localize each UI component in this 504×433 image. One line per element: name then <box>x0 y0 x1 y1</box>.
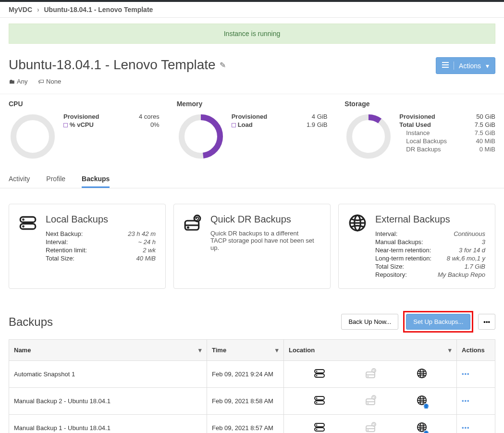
server-icon <box>19 214 37 279</box>
cell-name: Manual Backup 2 - Ubuntu 18.04.1 <box>9 388 207 415</box>
status-text: Instance is running <box>224 30 281 37</box>
sort-icon: ▾ <box>448 346 452 354</box>
list-icon <box>442 62 454 70</box>
svg-point-23 <box>316 375 317 376</box>
card-title: External Backups <box>375 214 485 225</box>
row-actions-button[interactable]: ••• <box>457 361 495 388</box>
row-actions-button[interactable]: ••• <box>457 415 495 433</box>
breadcrumb: MyVDC › Ubuntu-18.04.1 - Lenovo Template <box>0 2 504 18</box>
card-quick-dr-backups: Quick DR Backups Quick DR backups to a d… <box>173 204 331 289</box>
globe-icon <box>348 214 367 279</box>
col-name[interactable]: Name▾ <box>9 340 207 361</box>
more-icon: ••• <box>483 318 490 325</box>
stat-storage: Storage Provisioned50 GiB Total Used7.5 … <box>336 95 504 170</box>
user-badge-icon: 👤 <box>423 403 429 409</box>
section-heading: Backups <box>9 315 53 329</box>
backup-cards: Local Backups Next Backup:23 h 42 m Inte… <box>0 188 504 297</box>
tab-backups[interactable]: Backups <box>82 175 110 188</box>
svg-point-12 <box>23 226 24 227</box>
legend-box-icon <box>63 123 68 127</box>
globe-icon: 👤 <box>417 395 427 407</box>
svg-point-7 <box>349 117 388 156</box>
cell-location: 👤 <box>284 388 457 415</box>
svg-point-33 <box>316 398 317 398</box>
stat-cpu: CPU Provisioned4 cores % vCPU0% <box>0 95 168 170</box>
status-banner: Instance is running <box>9 24 495 44</box>
storage-donut-chart <box>344 112 393 161</box>
backups-table: Name▾ Time▾ Location▾ Actions Automatic … <box>9 339 495 433</box>
user-badge-icon: 👤 <box>423 430 429 433</box>
pencil-icon[interactable]: ✎ <box>220 61 226 70</box>
chevron-down-icon: ▾ <box>486 62 489 70</box>
table-row[interactable]: Manual Backup 2 - Ubuntu 18.04.1Feb 09, … <box>9 388 495 415</box>
tag-icon: 🏷 <box>38 78 44 85</box>
card-title: Local Backups <box>46 214 156 225</box>
app-window: MyVDC › Ubuntu-18.04.1 - Lenovo Template… <box>0 0 504 433</box>
card-title: Quick DR Backups <box>210 214 320 225</box>
globe-icon <box>417 368 427 380</box>
highlight-annotation: Set Up Backups... <box>403 311 473 333</box>
row-actions-button[interactable]: ••• <box>457 388 495 415</box>
table-row[interactable]: Automatic Snapshot 1Feb 09, 2021 9:24 AM… <box>9 361 495 388</box>
tab-activity[interactable]: Activity <box>9 175 30 188</box>
title-text: Ubuntu-18.04.1 - Lenovo Template <box>9 57 216 73</box>
svg-rect-0 <box>442 62 449 63</box>
legend-box-icon <box>232 123 236 127</box>
setup-backups-button[interactable]: Set Up Backups... <box>406 314 470 330</box>
stat-memory: Memory Provisioned4 GiB Load1.9 GiB <box>168 95 336 170</box>
drive-sync-icon <box>365 395 377 408</box>
memory-donut-chart <box>177 112 225 161</box>
meta-row: 🖿Any 🏷None <box>0 78 504 94</box>
tab-profile[interactable]: Profile <box>46 175 65 188</box>
card-external-backups: External Backups Interval:Continuous Man… <box>338 204 495 289</box>
svg-point-34 <box>316 402 317 403</box>
stat-title: Memory <box>177 100 328 108</box>
server-icon <box>314 395 325 408</box>
svg-point-37 <box>368 403 368 403</box>
sort-icon: ▾ <box>275 346 279 354</box>
server-icon <box>314 368 325 381</box>
breadcrumb-root[interactable]: MyVDC <box>9 6 32 13</box>
drive-sync-icon <box>365 421 377 433</box>
backups-section-head: Backups Back Up Now... Set Up Backups...… <box>0 297 504 339</box>
cell-name: Manual Backup 1 - Ubuntu 18.04.1 <box>9 415 207 433</box>
drive-sync-icon <box>365 368 377 381</box>
cell-time: Feb 09, 2021 8:57 AM <box>207 415 284 433</box>
col-location[interactable]: Location▾ <box>284 340 457 361</box>
server-icon <box>314 421 325 433</box>
cpu-donut-chart <box>9 112 57 161</box>
cell-location: 👤 <box>284 415 457 433</box>
breadcrumb-current: Ubuntu-18.04.1 - Lenovo Template <box>44 6 153 13</box>
col-actions: Actions <box>457 340 495 361</box>
cell-name: Automatic Snapshot 1 <box>9 361 207 388</box>
svg-rect-1 <box>442 64 449 65</box>
svg-point-22 <box>316 371 317 371</box>
cell-location <box>284 361 457 388</box>
backup-now-button[interactable]: Back Up Now... <box>341 314 398 330</box>
svg-point-44 <box>316 425 317 425</box>
page-title: Ubuntu-18.04.1 - Lenovo Template ✎ <box>9 57 226 73</box>
sort-icon: ▾ <box>198 346 202 354</box>
card-local-backups: Local Backups Next Backup:23 h 42 m Inte… <box>9 204 166 289</box>
col-time[interactable]: Time▾ <box>207 340 284 361</box>
actions-button[interactable]: Actions ▾ <box>436 57 495 74</box>
stats-row: CPU Provisioned4 cores % vCPU0% Memory <box>0 94 504 171</box>
table-row[interactable]: Manual Backup 1 - Ubuntu 18.04.1Feb 09, … <box>9 415 495 433</box>
svg-point-45 <box>316 429 317 430</box>
folder-meta[interactable]: 🖿Any <box>9 78 27 85</box>
svg-point-15 <box>188 227 189 228</box>
chevron-right-icon: › <box>37 6 39 13</box>
more-button[interactable]: ••• <box>478 314 495 330</box>
stat-title: CPU <box>9 100 160 108</box>
actions-label: Actions <box>459 62 481 70</box>
svg-point-26 <box>368 376 368 376</box>
svg-point-3 <box>13 117 52 156</box>
cell-time: Feb 09, 2021 8:58 AM <box>207 388 284 415</box>
tag-meta[interactable]: 🏷None <box>38 78 61 85</box>
folder-icon: 🖿 <box>9 78 15 85</box>
svg-point-48 <box>368 430 368 430</box>
stat-title: Storage <box>344 100 495 108</box>
table-header-row: Name▾ Time▾ Location▾ Actions <box>9 340 495 361</box>
drive-sync-icon <box>184 214 202 279</box>
svg-point-11 <box>23 219 24 220</box>
